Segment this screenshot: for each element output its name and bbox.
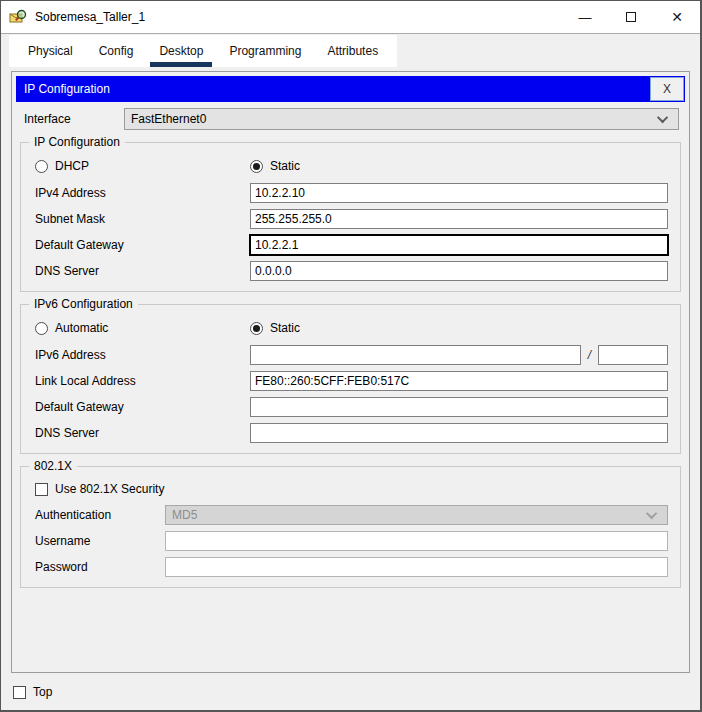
window-controls: — ✕ — [562, 1, 700, 33]
minimize-button[interactable]: — — [562, 1, 608, 33]
ip-configuration-group: IP Configuration DHCP Static IPv4 Addres… — [20, 142, 681, 292]
ipv6-static-radio[interactable] — [250, 322, 263, 335]
ipv6-address-input[interactable] — [250, 345, 581, 365]
default-gateway-label: Default Gateway — [35, 238, 250, 252]
password-label: Password — [35, 560, 165, 574]
ipv6-prefix-input[interactable] — [598, 345, 668, 365]
subnet-mask-label: Subnet Mask — [35, 212, 250, 226]
ipv4-address-label: IPv4 Address — [35, 186, 250, 200]
default-gateway-row: Default Gateway 10.2.2.1 — [35, 235, 668, 255]
top-checkbox-label: Top — [33, 685, 52, 699]
password-row: Password — [35, 557, 668, 577]
maximize-button[interactable] — [608, 1, 654, 33]
authentication-row: Authentication MD5 — [35, 505, 668, 525]
ipv6-prefix-separator: / — [588, 348, 591, 362]
interface-row: Interface FastEthernet0 — [24, 108, 679, 130]
password-input — [165, 557, 668, 577]
dot1x-group-title: 802.1X — [29, 459, 77, 473]
ip-configuration-title: IP Configuration — [16, 82, 650, 96]
dot1x-security-checkbox[interactable] — [35, 483, 48, 496]
title-bar: Sobremesa_Taller_1 — ✕ — [1, 1, 700, 34]
ipv6-address-label: IPv6 Address — [35, 348, 250, 362]
interface-label: Interface — [24, 112, 124, 126]
ipv6-automatic-radio-option[interactable]: Automatic — [35, 321, 250, 335]
dhcp-radio-option[interactable]: DHCP — [35, 159, 250, 173]
static-radio-label: Static — [270, 159, 300, 173]
tab-physical[interactable]: Physical — [15, 35, 86, 67]
ipv6-default-gateway-input[interactable] — [250, 397, 668, 417]
device-config-window: Sobremesa_Taller_1 — ✕ Physical Config D… — [0, 0, 702, 712]
link-local-address-row: Link Local Address FE80::260:5CFF:FEB0:5… — [35, 371, 668, 391]
dns-server-input[interactable]: 0.0.0.0 — [250, 261, 668, 281]
dot1x-security-checkbox-row[interactable]: Use 802.1X Security — [35, 479, 668, 499]
ip-group-title: IP Configuration — [29, 135, 125, 149]
authentication-label: Authentication — [35, 508, 165, 522]
ip-configuration-panel: IP Configuration X Interface FastEtherne… — [11, 71, 690, 673]
default-gateway-input[interactable]: 10.2.2.1 — [250, 235, 668, 255]
top-checkbox[interactable] — [13, 686, 26, 699]
static-radio[interactable] — [250, 160, 263, 173]
link-local-address-label: Link Local Address — [35, 374, 250, 388]
dhcp-radio-label: DHCP — [55, 159, 89, 173]
ipv6-static-radio-option[interactable]: Static — [250, 321, 300, 335]
ipv6-address-row: IPv6 Address / — [35, 345, 668, 365]
ip-configuration-header: IP Configuration X — [16, 76, 685, 102]
authentication-selected-value: MD5 — [172, 508, 649, 522]
interface-selected-value: FastEthernet0 — [131, 112, 660, 126]
subnet-mask-row: Subnet Mask 255.255.255.0 — [35, 209, 668, 229]
maximize-icon — [626, 12, 636, 22]
tab-programming[interactable]: Programming — [216, 35, 314, 67]
ipv6-automatic-radio[interactable] — [35, 322, 48, 335]
ipv6-automatic-radio-label: Automatic — [55, 321, 108, 335]
top-checkbox-row[interactable]: Top — [13, 685, 52, 699]
dhcp-radio[interactable] — [35, 160, 48, 173]
subnet-mask-input[interactable]: 255.255.255.0 — [250, 209, 668, 229]
username-label: Username — [35, 534, 165, 548]
ipv6-dns-server-input[interactable] — [250, 423, 668, 443]
tab-bar: Physical Config Desktop Programming Attr… — [1, 35, 700, 67]
ipv4-address-row: IPv4 Address 10.2.2.10 — [35, 183, 668, 203]
authentication-dropdown: MD5 — [165, 505, 668, 525]
interface-dropdown[interactable]: FastEthernet0 — [124, 108, 679, 130]
panel-close-button[interactable]: X — [650, 77, 684, 101]
static-radio-option[interactable]: Static — [250, 159, 300, 173]
ipv6-mode-radio-row: Automatic Static — [35, 317, 668, 339]
ip-mode-radio-row: DHCP Static — [35, 155, 668, 177]
link-local-address-input[interactable]: FE80::260:5CFF:FEB0:517C — [250, 371, 668, 391]
username-input — [165, 531, 668, 551]
desktop-tab-content: IP Configuration X Interface FastEtherne… — [1, 67, 700, 710]
close-button[interactable]: ✕ — [654, 1, 700, 33]
tab-config[interactable]: Config — [86, 35, 147, 67]
ipv6-default-gateway-row: Default Gateway — [35, 397, 668, 417]
dns-server-row: DNS Server 0.0.0.0 — [35, 261, 668, 281]
ipv6-configuration-group: IPv6 Configuration Automatic Static IPv6… — [20, 304, 681, 454]
dot1x-group: 802.1X Use 802.1X Security Authenticatio… — [20, 466, 681, 588]
tab-attributes[interactable]: Attributes — [314, 35, 391, 67]
window-title: Sobremesa_Taller_1 — [35, 10, 145, 24]
packet-tracer-device-icon — [9, 9, 27, 25]
ipv4-address-input[interactable]: 10.2.2.10 — [250, 183, 668, 203]
dns-server-label: DNS Server — [35, 264, 250, 278]
ipv6-default-gateway-label: Default Gateway — [35, 400, 250, 414]
username-row: Username — [35, 531, 668, 551]
dot1x-security-checkbox-label: Use 802.1X Security — [55, 482, 164, 496]
tab-desktop[interactable]: Desktop — [146, 35, 216, 67]
ipv6-group-title: IPv6 Configuration — [29, 297, 138, 311]
ipv6-static-radio-label: Static — [270, 321, 300, 335]
tab-strip: Physical Config Desktop Programming Attr… — [9, 35, 397, 67]
ipv6-dns-server-label: DNS Server — [35, 426, 250, 440]
ipv6-dns-server-row: DNS Server — [35, 423, 668, 443]
